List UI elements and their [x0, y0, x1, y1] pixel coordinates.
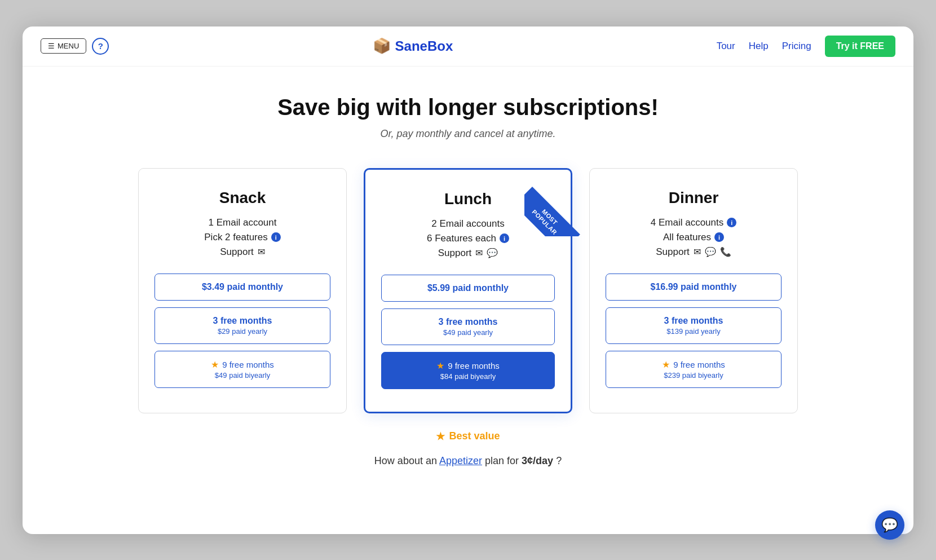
lunch-email: 2 Email accounts — [431, 218, 504, 230]
help-button[interactable]: ? — [92, 38, 109, 55]
menu-label: MENU — [58, 42, 79, 50]
lunch-yearly-btn[interactable]: 3 free months $49 paid yearly — [381, 308, 555, 345]
lunch-card: MOSTPOPULAR Lunch 2 Email accounts 6 Fea… — [364, 168, 572, 413]
dinner-biyearly-sub: $239 paid biyearly — [613, 371, 774, 380]
best-value-row: ★ Best value — [436, 430, 500, 443]
hero-subtitle: Or, pay monthly and cancel at anytime. — [380, 128, 555, 140]
dinner-chat-icon: 💬 — [705, 246, 716, 257]
email-support-icon: ✉ — [258, 246, 265, 257]
nav-right: Tour Help Pricing Try it FREE — [717, 36, 895, 57]
menu-button[interactable]: ☰ MENU — [41, 38, 86, 54]
appetizer-price: 3¢/day — [522, 455, 553, 466]
snack-features: Pick 2 featuresi — [204, 232, 280, 243]
hamburger-icon: ☰ — [48, 42, 55, 50]
appetizer-link[interactable]: Appetizer — [439, 455, 482, 466]
dinner-features-info[interactable]: i — [714, 232, 724, 242]
dinner-email: 4 Email accountsi — [651, 217, 736, 228]
lunch-biyearly-btn[interactable]: ★ 9 free months $84 paid biyearly — [381, 352, 555, 389]
snack-biyearly-sub: $49 paid biyearly — [162, 371, 323, 380]
most-popular-badge: MOSTPOPULAR — [524, 180, 581, 236]
lunch-biyearly-row: ★ 9 free months — [388, 360, 548, 371]
snack-biyearly-btn[interactable]: ★ 9 free months $49 paid biyearly — [154, 351, 330, 388]
lunch-features-info[interactable]: i — [500, 233, 509, 243]
logo-icon: 📦 — [373, 37, 391, 55]
snack-card: Snack 1 Email account Pick 2 featuresi S… — [138, 168, 347, 413]
nav-left: ☰ MENU ? — [41, 38, 109, 55]
snack-features-info[interactable]: i — [271, 232, 281, 242]
dinner-features: All featuresi — [663, 232, 724, 243]
question-icon: ? — [98, 41, 103, 51]
lunch-chat-icon: 💬 — [487, 248, 498, 258]
lunch-monthly-price: $5.99 paid monthly — [388, 283, 548, 293]
appetizer-text-before: How about an — [374, 455, 439, 466]
dinner-star-icon: ★ — [662, 359, 670, 370]
best-value-label: Best value — [449, 430, 500, 442]
support-label: Support — [220, 246, 254, 258]
appetizer-text-after: plan for — [485, 455, 522, 466]
snack-star-icon: ★ — [211, 359, 219, 370]
dinner-yearly-sub: $139 paid yearly — [613, 327, 774, 336]
nav-help-link[interactable]: Help — [749, 41, 769, 52]
snack-monthly-btn[interactable]: $3.49 paid monthly — [154, 274, 330, 301]
best-value-star: ★ — [436, 430, 445, 443]
lunch-features: 6 Features eachi — [427, 233, 509, 244]
dinner-monthly-price: $16.99 paid monthly — [613, 282, 774, 292]
snack-email: 1 Email account — [209, 217, 277, 228]
lunch-yearly-main: 3 free months — [388, 317, 548, 327]
chat-bubble-button[interactable]: 💬 — [875, 510, 904, 540]
nav-tour-link[interactable]: Tour — [717, 41, 735, 52]
nav-pricing-link[interactable]: Pricing — [782, 41, 811, 52]
snack-biyearly-row: ★ 9 free months — [162, 359, 323, 370]
snack-support: Support ✉ — [220, 246, 265, 258]
logo-area: 📦 SaneBox — [109, 37, 716, 55]
dinner-yearly-main: 3 free months — [613, 316, 774, 326]
snack-biyearly-main: 9 free months — [222, 360, 274, 369]
most-popular-text: MOSTPOPULAR — [524, 187, 580, 236]
dinner-biyearly-btn[interactable]: ★ 9 free months $239 paid biyearly — [606, 351, 782, 388]
snack-yearly-main: 3 free months — [162, 316, 323, 326]
dinner-title: Dinner — [669, 189, 719, 207]
main-content: Save big with longer subscriptions! Or, … — [23, 67, 913, 501]
dinner-support-label: Support — [656, 246, 690, 258]
snack-monthly-price: $3.49 paid monthly — [162, 282, 323, 292]
lunch-biyearly-sub: $84 paid biyearly — [388, 372, 548, 381]
logo-text: SaneBox — [395, 38, 453, 54]
lunch-yearly-sub: $49 paid yearly — [388, 328, 548, 337]
lunch-support: Support ✉ 💬 — [438, 248, 498, 259]
snack-yearly-sub: $29 paid yearly — [162, 327, 323, 336]
navbar: ☰ MENU ? 📦 SaneBox Tour Help Pricing Try… — [23, 27, 913, 67]
appetizer-row: How about an Appetizer plan for 3¢/day ? — [374, 455, 562, 467]
appetizer-text-end: ? — [556, 455, 562, 466]
lunch-email-icon: ✉ — [475, 248, 483, 258]
hero-title: Save big with longer subscriptions! — [277, 95, 659, 120]
pricing-cards: Snack 1 Email account Pick 2 featuresi S… — [107, 168, 829, 413]
dinner-phone-icon: 📞 — [720, 246, 731, 257]
lunch-title: Lunch — [444, 190, 492, 208]
snack-yearly-btn[interactable]: 3 free months $29 paid yearly — [154, 307, 330, 344]
dinner-biyearly-main: 9 free months — [673, 360, 725, 369]
dinner-card: Dinner 4 Email accountsi All featuresi S… — [589, 168, 798, 413]
dinner-biyearly-row: ★ 9 free months — [613, 359, 774, 370]
lunch-star-icon: ★ — [436, 360, 444, 371]
dinner-email-icon: ✉ — [694, 246, 701, 257]
snack-title: Snack — [219, 189, 266, 207]
dinner-support: Support ✉ 💬 📞 — [656, 246, 731, 258]
lunch-support-label: Support — [438, 248, 472, 259]
dinner-monthly-btn[interactable]: $16.99 paid monthly — [606, 274, 782, 301]
lunch-biyearly-main: 9 free months — [448, 361, 500, 371]
chat-bubble-icon: 💬 — [881, 517, 898, 533]
lunch-monthly-btn[interactable]: $5.99 paid monthly — [381, 275, 555, 302]
dinner-yearly-btn[interactable]: 3 free months $139 paid yearly — [606, 307, 782, 344]
dinner-email-info[interactable]: i — [727, 218, 736, 227]
try-free-button[interactable]: Try it FREE — [825, 36, 895, 57]
